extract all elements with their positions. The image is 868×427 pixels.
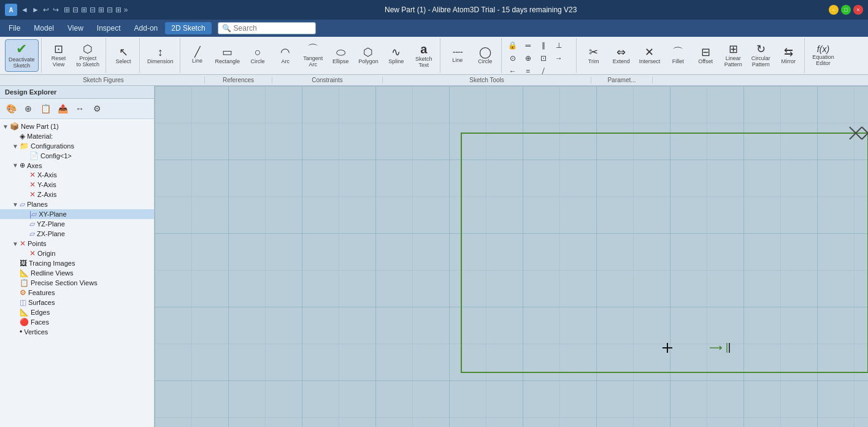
maximize-button[interactable]: □ (841, 5, 851, 15)
project-icon: ⬡ (83, 44, 93, 55)
circle-button[interactable]: ○ Circle (244, 39, 271, 72)
equal-constraint-button[interactable]: ═ (521, 39, 536, 52)
canvas-area[interactable] (155, 86, 868, 427)
toggle-points[interactable]: ▼ (12, 240, 18, 247)
tree-item-configurations[interactable]: ▼ 📁 Configurations (0, 141, 154, 151)
tree-item-planes[interactable]: ▼ ▱ Planes (0, 199, 154, 209)
tree-item-features[interactable]: ⚙ Features (0, 288, 154, 298)
toggle-material (12, 133, 18, 140)
tree-item-surfaces[interactable]: ◫ Surfaces (0, 298, 154, 307)
parallel-constraint-button[interactable]: ∥ (536, 39, 551, 52)
circular-pattern-button[interactable]: ↻ CircularPattern (747, 39, 774, 72)
forward-icon[interactable]: ► (32, 6, 39, 14)
close-button[interactable]: × (853, 5, 863, 15)
tree-item-material[interactable]: ◈ Material: (0, 131, 154, 141)
menu-inspect[interactable]: Inspect (91, 22, 127, 34)
redo-icon[interactable]: ↪ (53, 6, 59, 14)
tangent-arc-icon: ⌒ (307, 44, 318, 55)
back-icon[interactable]: ◄ (21, 6, 28, 14)
design-explorer: Design Explorer 🎨 ⊕ 📋 📤 ↔ ⚙ ▼ 📦 New Part… (0, 86, 155, 427)
tool-icon-6[interactable]: ⊟ (107, 6, 113, 14)
coincident-constraint-button[interactable]: ⊡ (536, 52, 551, 64)
sym-button[interactable]: ⧸ (536, 65, 551, 75)
sketch-text-button[interactable]: a SketchText (410, 39, 437, 72)
tool-icon-8[interactable]: » (124, 6, 128, 14)
tree-item-y-axis[interactable]: ✕ Y-Axis (0, 180, 154, 190)
tree-item-zx-plane[interactable]: ▱ ZX-Plane (0, 229, 154, 239)
tree-item-origin[interactable]: ✕ Origin (0, 248, 154, 258)
menu-view[interactable]: View (61, 22, 90, 34)
arrow-r-button[interactable]: → (551, 52, 566, 64)
menu-file[interactable]: File (2, 22, 26, 34)
de-color-icon[interactable]: 🎨 (4, 101, 18, 116)
line-button[interactable]: ╱ Line (184, 39, 211, 72)
rectangle-button[interactable]: ▭ Rectangle (212, 39, 244, 72)
tree-item-faces[interactable]: 🔴 Faces (0, 317, 154, 327)
mirror-button[interactable]: ⇆ Mirror (775, 39, 802, 72)
tracing-images-icon: 🖼 (20, 259, 27, 267)
polygon-button[interactable]: ⬡ Polygon (355, 39, 382, 72)
offset-button[interactable]: ⊟ Offset (692, 39, 719, 72)
tree-item-new-part[interactable]: ▼ 📦 New Part (1) (0, 121, 154, 131)
mirror-icon: ⇆ (784, 47, 793, 58)
equation-editor-button[interactable]: f(x) EquationEditor (808, 39, 838, 72)
linear-pattern-button[interactable]: ⊞ LinearPattern (720, 39, 747, 72)
midpoint-constraint-button[interactable]: ⊕ (521, 52, 536, 64)
tool-icon-5[interactable]: ⊞ (98, 6, 104, 14)
toggle-configurations[interactable]: ▼ (12, 143, 18, 150)
spline-button[interactable]: ∿ Spline (383, 39, 410, 72)
ellipse-button[interactable]: ⬭ Ellipse (327, 39, 354, 72)
menu-addon[interactable]: Add-on (128, 22, 164, 34)
tree-item-config1[interactable]: 📄 Config<1> (0, 151, 154, 161)
search-input[interactable] (234, 24, 313, 33)
de-link-icon[interactable]: ⊕ (21, 101, 36, 116)
tool-icon-2[interactable]: ⊟ (72, 6, 79, 14)
ref-line-button[interactable]: ╌╌ Line (444, 39, 471, 72)
fillet-button[interactable]: ⌒ Fillet (664, 39, 691, 72)
arc-button[interactable]: ◠ Arc (272, 39, 299, 72)
tree-item-tracing-images[interactable]: 🖼 Tracing Images (0, 258, 154, 268)
undo-icon[interactable]: ↩ (43, 6, 49, 14)
extend-button[interactable]: ⇔ Extend (608, 39, 635, 72)
tree-item-axes[interactable]: ▼ ⊕ Axes (0, 161, 154, 170)
deactivate-sketch-button[interactable]: ✔ DeactivateSketch (5, 39, 39, 72)
toggle-planes[interactable]: ▼ (12, 201, 18, 208)
tree-item-vertices[interactable]: • Vertices (0, 327, 154, 337)
tool-icon-3[interactable]: ⊞ (81, 6, 87, 14)
toolbar-group-constraints: 🔒 ═ ∥ ⊥ ⊙ ⊕ ⊡ → ← = ⧸ (503, 38, 577, 73)
de-clipboard-icon[interactable]: 📋 (38, 101, 53, 116)
tree-item-precise-section-views[interactable]: 📋 Precise Section Views (0, 278, 154, 288)
tree-item-x-axis[interactable]: ✕ X-Axis (0, 170, 154, 180)
tree-item-redline-views[interactable]: 📐 Redline Views (0, 268, 154, 278)
de-swap-icon[interactable]: ↔ (72, 101, 87, 116)
tree-item-points[interactable]: ▼ ✕ Points (0, 239, 154, 248)
trim-button[interactable]: ✂ Trim (580, 39, 607, 72)
select-button[interactable]: ↖ Select (110, 39, 137, 72)
reset-view-button[interactable]: ⊡ ResetView (45, 39, 72, 72)
de-export-icon[interactable]: 📤 (55, 101, 70, 116)
minimize-button[interactable]: − (829, 5, 839, 15)
lock-constraint-button[interactable]: 🔒 (505, 39, 520, 52)
arrow-l-button[interactable]: ← (505, 65, 520, 75)
tree-item-yz-plane[interactable]: ▱ YZ-Plane (0, 219, 154, 229)
menu-model[interactable]: Model (28, 22, 60, 34)
tangent-constraint-button[interactable]: ⊙ (505, 52, 520, 64)
toggle-new-part[interactable]: ▼ (2, 123, 9, 130)
tree-item-xy-plane[interactable]: |▱ XY-Plane (0, 209, 154, 219)
tangent-arc-button[interactable]: ⌒ TangentArc (299, 39, 326, 72)
tool-icon-4[interactable]: ⊟ (90, 6, 96, 14)
toggle-tracing-images (12, 260, 18, 267)
tool-icon-1[interactable]: ⊞ (64, 6, 70, 14)
ref-circle-button[interactable]: ◯ Circle (472, 39, 499, 72)
de-settings-icon[interactable]: ⚙ (90, 101, 104, 116)
toggle-axes[interactable]: ▼ (12, 162, 18, 169)
tree-item-z-axis[interactable]: ✕ Z-Axis (0, 190, 154, 199)
perpendicular-constraint-button[interactable]: ⊥ (551, 39, 566, 52)
tab-2d-sketch[interactable]: 2D Sketch (165, 22, 211, 34)
project-to-sketch-button[interactable]: ⬡ Projectto Sketch (73, 39, 104, 72)
intersect-button[interactable]: ✕ Intersect (636, 39, 664, 72)
dimension-button[interactable]: ↕ Dimension (144, 39, 177, 72)
tree-item-edges[interactable]: 📐 Edges (0, 307, 154, 317)
tool-icon-7[interactable]: ⊞ (115, 6, 121, 14)
equals2-button[interactable]: = (521, 65, 536, 75)
